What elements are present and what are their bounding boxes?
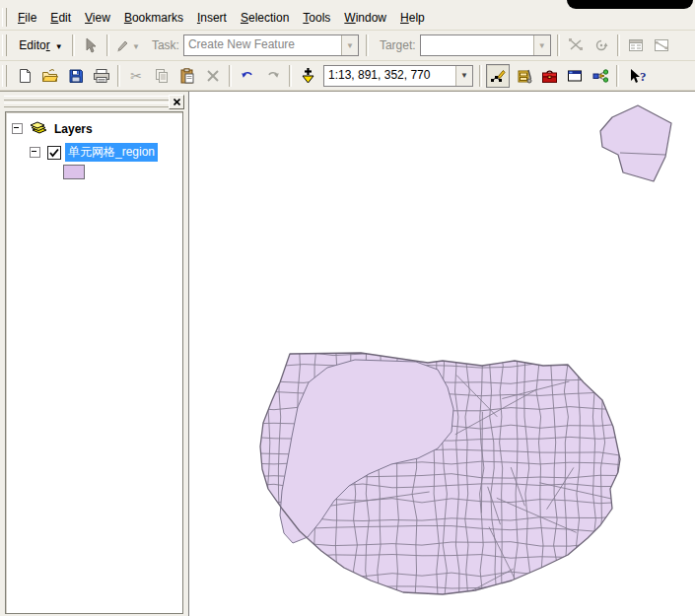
layer-name[interactable]: 单元网格_region	[65, 143, 158, 162]
menu-item-bookmarks[interactable]: Bookmarks	[117, 8, 190, 28]
sketch-tool-icon	[568, 37, 584, 53]
editor-toolbar-icon	[490, 68, 506, 84]
help-icon: ?	[627, 68, 649, 84]
arctoolbox-icon	[541, 68, 558, 84]
standard-toolbar: ✂	[0, 61, 695, 91]
sketch-pencil-icon	[114, 37, 130, 53]
arccatalog-icon	[516, 68, 532, 84]
arcmap-window: FileEditViewBookmarksInsertSelectionTool…	[0, 0, 695, 616]
layers-root-label: Layers	[54, 122, 93, 136]
paste-icon	[179, 68, 195, 84]
task-combobox-value: Create New Feature	[184, 35, 341, 55]
screen-recorder-overlay	[567, 0, 693, 9]
undo-button[interactable]	[236, 64, 259, 88]
collapse-icon[interactable]	[30, 147, 40, 158]
separator	[616, 65, 619, 87]
checkmark-icon	[48, 147, 60, 159]
scale-combobox[interactable]: 1:13, 891, 352, 770 ▼	[323, 65, 473, 87]
print-icon	[93, 68, 110, 84]
save-button[interactable]	[64, 64, 88, 88]
split-tool-button[interactable]	[564, 34, 588, 57]
command-window-icon	[567, 68, 583, 84]
command-line-button[interactable]	[563, 64, 587, 88]
separator	[229, 65, 232, 87]
copy-icon	[154, 68, 170, 84]
menu-item-window[interactable]: Window	[337, 8, 393, 28]
edit-tool-button[interactable]	[79, 34, 103, 57]
layer-row[interactable]: 单元网格_region	[30, 143, 158, 162]
separator	[479, 65, 482, 87]
sketch-properties-icon	[654, 37, 669, 53]
new-map-icon	[17, 68, 33, 84]
task-combobox[interactable]: Create New Feature ▼	[183, 34, 359, 56]
menu-item-selection[interactable]: Selection	[234, 8, 296, 28]
menu-item-file[interactable]: File	[11, 8, 43, 28]
open-button[interactable]	[38, 64, 62, 88]
sketch-tool-palette-button[interactable]: ▼	[113, 34, 143, 57]
delete-icon	[205, 68, 221, 84]
attributes-button[interactable]	[624, 34, 648, 57]
editor-toolbar-grip[interactable]	[2, 34, 7, 56]
editor-menu-label: Editor	[16, 38, 52, 52]
map-canvas[interactable]	[189, 92, 695, 616]
redo-icon	[265, 68, 281, 84]
new-map-button[interactable]	[13, 64, 36, 88]
menu-item-insert[interactable]: Insert	[190, 8, 234, 28]
layer-symbol-swatch[interactable]	[63, 165, 85, 179]
separator	[617, 34, 620, 56]
menu-item-help[interactable]: Help	[393, 8, 432, 28]
chevron-down-icon[interactable]: ▼	[533, 35, 550, 55]
modelbuilder-button[interactable]	[589, 64, 612, 88]
chevron-down-icon[interactable]: ▼	[455, 66, 472, 86]
menubar-grip[interactable]	[2, 8, 7, 27]
editor-toolbar-toggle-button[interactable]	[486, 64, 510, 88]
add-data-button[interactable]	[296, 64, 319, 88]
delete-button[interactable]	[201, 64, 225, 88]
chevron-down-icon: ▼	[132, 42, 140, 51]
rotate-tool-icon	[593, 37, 609, 53]
chevron-down-icon: ▼	[55, 42, 63, 51]
cut-button[interactable]: ✂	[124, 64, 148, 88]
copy-button[interactable]	[150, 64, 174, 88]
legend-row[interactable]	[63, 165, 85, 179]
layer-visibility-checkbox[interactable]	[47, 146, 61, 160]
separator	[117, 65, 120, 87]
menu-item-view[interactable]: View	[78, 8, 117, 28]
map-view[interactable]	[189, 92, 695, 616]
separator	[106, 34, 109, 56]
help-button[interactable]: ?	[623, 64, 653, 88]
arctoolbox-button[interactable]	[537, 64, 561, 88]
attributes-icon	[628, 37, 644, 53]
cut-icon: ✂	[130, 69, 142, 83]
save-icon	[68, 68, 84, 84]
target-combobox[interactable]: ▼	[420, 34, 551, 56]
scale-value: 1:13, 891, 352, 770	[324, 66, 455, 86]
edit-arrow-icon	[83, 37, 99, 53]
layers-root-row[interactable]: Layers	[12, 121, 93, 136]
layers-icon	[28, 121, 49, 136]
print-button[interactable]	[90, 64, 113, 88]
collapse-icon[interactable]	[12, 123, 23, 134]
separator	[72, 34, 75, 56]
paste-button[interactable]	[175, 64, 199, 88]
toc-drag-handle[interactable]	[4, 96, 170, 107]
target-label: Target:	[380, 38, 416, 52]
menu-item-edit[interactable]: Edit	[43, 8, 78, 28]
menu-item-tools[interactable]: Tools	[296, 8, 337, 28]
editor-toolbar: Editor ▼ ▼ Task: Create New Feature ▼ Ta…	[0, 31, 695, 61]
rotate-tool-button[interactable]	[590, 34, 613, 57]
modelbuilder-icon	[592, 68, 609, 84]
layers-tree: Layers 单元网格_region	[5, 111, 183, 614]
standard-toolbar-grip[interactable]	[2, 65, 7, 87]
add-data-icon	[300, 67, 316, 84]
main-area: Layers 单元网格_region	[0, 91, 695, 616]
redo-button[interactable]	[261, 64, 285, 88]
close-icon[interactable]	[169, 95, 184, 109]
undo-icon	[240, 68, 255, 84]
chevron-down-icon[interactable]: ▼	[341, 35, 358, 55]
sketch-properties-button[interactable]	[650, 34, 673, 57]
arccatalog-button[interactable]	[512, 64, 535, 88]
editor-menu-button[interactable]: Editor ▼	[13, 34, 68, 57]
open-icon	[41, 68, 59, 84]
separator	[289, 65, 292, 87]
